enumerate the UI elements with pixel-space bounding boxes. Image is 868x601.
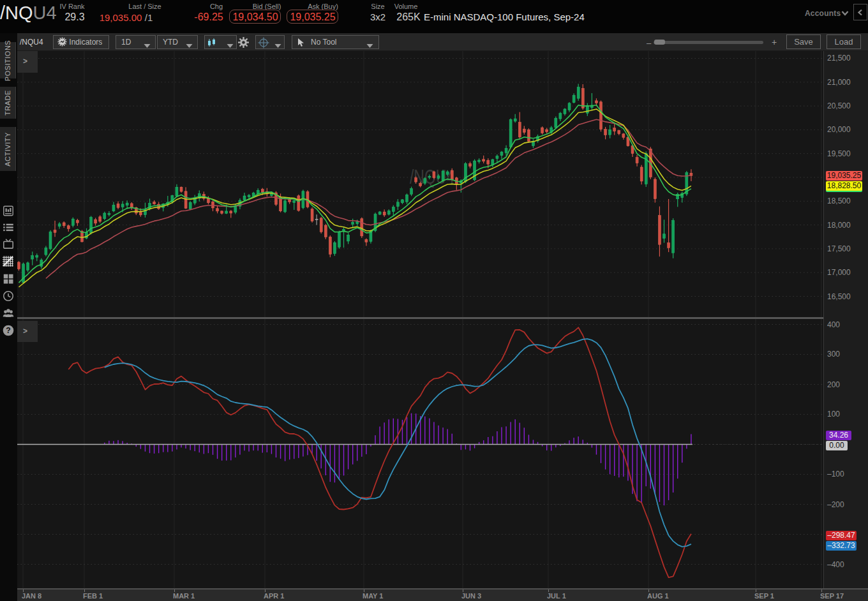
svg-text:?: ?	[6, 326, 10, 335]
